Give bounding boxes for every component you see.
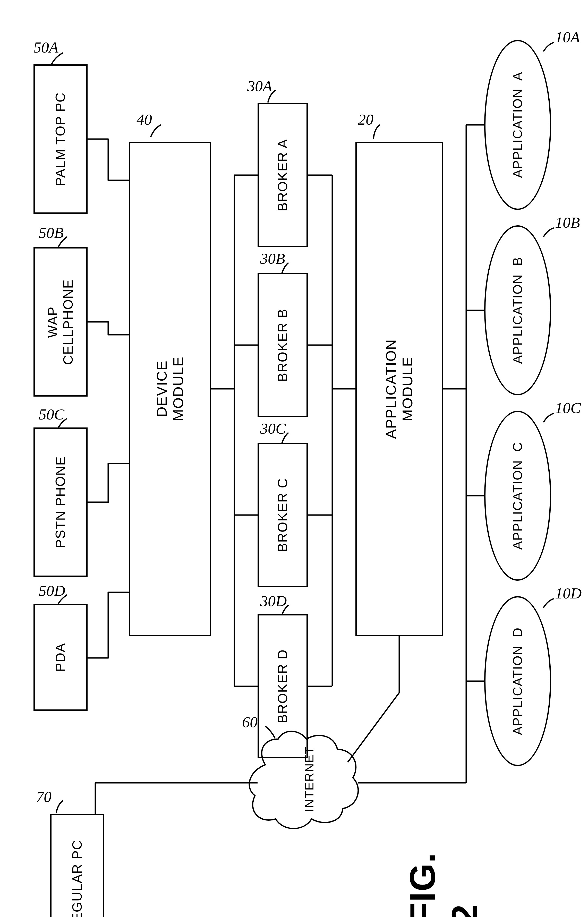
regular-pc: REGULAR PC [50,814,104,917]
device-pstn-phone-label: PSTN PHONE [53,456,68,548]
device-pda: PDA [34,604,87,711]
device-pda-label: PDA [53,643,68,672]
broker-c-label: BROKER C [275,478,291,552]
ref-20: 20 [358,111,373,129]
broker-c: BROKER C [258,443,308,587]
application-b-label: APPLICATION B [510,257,525,364]
device-palm-top-pc-label: PALM TOP PC [53,92,68,186]
broker-a-label: BROKER A [275,139,291,211]
ref-50a: 50A [34,39,58,57]
application-module: APPLICATION MODULE [355,142,443,636]
broker-d: BROKER D [258,614,308,758]
application-b: APPLICATION B [484,225,551,395]
broker-d-label: BROKER D [275,649,291,723]
ref-10d: 10D [555,584,582,602]
regular-pc-label: REGULAR PC [69,840,85,917]
application-module-label: APPLICATION MODULE [383,339,416,439]
ref-50d: 50D [39,582,65,600]
internet-label: INTERNET [302,746,316,812]
ref-10c: 10C [555,399,581,417]
application-c: APPLICATION C [484,411,551,581]
device-palm-top-pc: PALM TOP PC [34,65,87,214]
ref-30a: 30A [247,77,272,95]
device-module-label: DEVICE MODULE [153,357,187,421]
ref-50b: 50B [39,224,64,242]
ref-10b: 10B [555,214,580,231]
broker-a: BROKER A [258,103,308,247]
application-a: APPLICATION A [484,40,551,210]
ref-40: 40 [137,111,152,129]
ref-30c: 30C [260,420,286,438]
device-wap-cellphone-label: WAP CELLPHONE [45,279,76,365]
device-module: DEVICE MODULE [129,142,211,636]
ref-30d: 30D [260,592,287,610]
broker-b: BROKER B [258,273,308,417]
ref-60: 60 [242,713,258,731]
application-c-label: APPLICATION C [510,442,525,550]
ref-30b: 30B [260,250,285,268]
device-wap-cellphone: WAP CELLPHONE [34,247,87,397]
application-a-label: APPLICATION A [510,72,525,178]
ref-50c: 50C [39,405,65,423]
device-pstn-phone: PSTN PHONE [34,428,87,577]
ref-10a: 10A [555,28,580,46]
internet: INTERNET [265,758,353,799]
broker-b-label: BROKER B [275,308,291,382]
application-d: APPLICATION D [484,596,551,766]
application-d-label: APPLICATION D [510,627,525,735]
ref-70: 70 [36,788,52,806]
figure-label: FIG. 2 [402,852,485,917]
